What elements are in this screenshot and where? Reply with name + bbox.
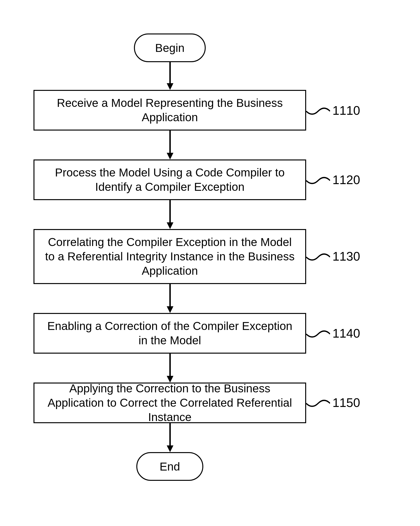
process-step-1150: Applying the Correction to the Business …: [33, 383, 306, 423]
process-step-text: Applying the Correction to the Business …: [42, 381, 298, 425]
process-step-1120: Process the Model Using a Code Compiler …: [33, 160, 306, 200]
arrow-head-icon: [167, 83, 174, 90]
arrow-head-icon: [167, 153, 174, 160]
process-step-1110: Receive a Model Representing the Busines…: [33, 90, 306, 131]
arrow-head-icon: [167, 222, 174, 229]
arrow-head-icon: [167, 445, 174, 452]
terminator-begin: Begin: [134, 33, 206, 62]
arrow: [169, 354, 171, 376]
ref-label-1150: 1150: [332, 395, 360, 410]
process-step-text: Enabling a Correction of the Compiler Ex…: [42, 319, 298, 348]
ref-label-1120: 1120: [332, 173, 360, 187]
ref-label-1140: 1140: [332, 326, 360, 341]
arrow-head-icon: [167, 306, 174, 313]
process-step-text: Process the Model Using a Code Compiler …: [42, 165, 298, 194]
arrow: [169, 62, 171, 84]
arrow: [169, 423, 171, 446]
ref-connector-icon: [306, 251, 330, 263]
ref-connector-icon: [306, 397, 330, 409]
process-step-text: Receive a Model Representing the Busines…: [42, 96, 298, 125]
process-step-1140: Enabling a Correction of the Compiler Ex…: [33, 313, 306, 354]
ref-connector-icon: [306, 328, 330, 340]
arrow: [169, 284, 171, 307]
flowchart-canvas: Begin Receive a Model Representing the B…: [0, 0, 420, 526]
terminator-begin-label: Begin: [155, 41, 185, 54]
process-step-text: Correlating the Compiler Exception in th…: [42, 235, 298, 278]
ref-connector-icon: [306, 105, 330, 117]
terminator-end: End: [136, 452, 203, 481]
arrow: [169, 131, 171, 153]
process-step-1130: Correlating the Compiler Exception in th…: [33, 229, 306, 284]
ref-label-1110: 1110: [332, 103, 360, 118]
terminator-end-label: End: [160, 460, 180, 473]
ref-label-1130: 1130: [332, 249, 360, 263]
arrow: [169, 200, 171, 223]
ref-connector-icon: [306, 174, 330, 186]
